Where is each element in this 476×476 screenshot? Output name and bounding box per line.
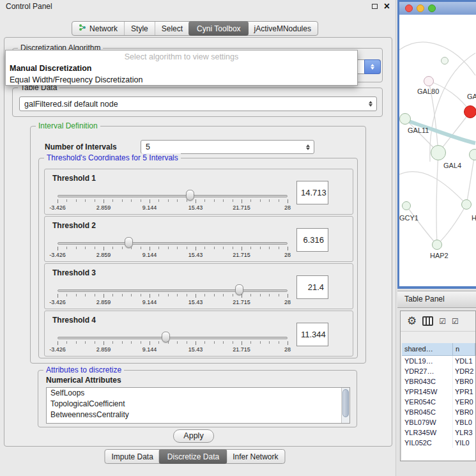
tab-cyni-toolbox[interactable]: Cyni Toolbox [188,21,248,36]
apply-button[interactable]: Apply [173,429,214,443]
dropdown-placeholder: Select algorithm to view settings [6,50,357,63]
slider-track [58,195,288,197]
threshold-value-field[interactable]: 14.713 [296,181,328,204]
table-row[interactable]: YBL079WYBL0 [402,417,475,427]
network-node-gcy1[interactable] [402,201,411,210]
table-cell: YDR2 [453,366,475,376]
network-node-hap2[interactable] [432,240,442,250]
window-title: Control Panel [6,2,52,11]
threshold-slider[interactable]: -3.4262.8599.14415.4321.71528 [58,217,288,263]
checkbox-icon[interactable]: ☑ [439,318,446,325]
threshold-value-field[interactable]: 11.344 [296,323,328,346]
table-row[interactable]: YBR043CYBR0 [402,376,475,387]
float-window-icon[interactable] [372,4,378,9]
scale-label: 2.859 [96,204,111,211]
tab-style[interactable]: Style [124,22,155,35]
column-header-2[interactable]: n [453,343,475,356]
network-canvas[interactable]: GAL80GAL11GAGAL4GCY1HHAP2 [399,15,476,286]
combo-stepper-icon[interactable] [364,59,381,74]
threshold-value-field[interactable]: 21.4 [296,275,328,299]
table-cell: YER0 [453,397,475,407]
network-window-titlebar[interactable] [399,2,476,15]
list-scrollbar[interactable] [341,388,349,423]
network-node-gal4[interactable] [431,145,446,160]
network-node-ga[interactable] [464,105,476,118]
tab-discretize-data[interactable]: Discretize Data [159,449,227,464]
network-node[interactable] [441,57,449,65]
top-tab-bar: NetworkStyleSelectCyni ToolboxjActiveMNo… [72,21,318,36]
slider-scale-labels: -3.4262.8599.14415.4321.71528 [58,252,288,259]
combo-value: 5 [141,142,303,151]
slider-scale-labels: -3.4262.8599.14415.4321.71528 [58,346,288,353]
tab-label: Cyni Toolbox [197,24,240,33]
tab-infer-network[interactable]: Infer Network [226,450,284,463]
group-title: Interval Definition [36,121,100,130]
scrollbar-thumb[interactable] [342,389,349,417]
threshold-panel-1: Threshold 1-3.4262.8599.14415.4321.71528… [44,169,353,215]
tab-impute-data[interactable]: Impute Data [105,450,159,463]
scale-label: 2.859 [96,346,111,353]
table-row[interactable]: YIL052CYIL0 [402,438,475,448]
table-row[interactable]: YBR045CYBR0 [402,407,475,417]
numerical-attributes-list[interactable]: SelfLoopsTopologicalCoefficientBetweenne… [46,387,350,424]
table-cell: YBL0 [453,417,475,427]
table-row[interactable]: YLR345WYLR3 [402,427,475,438]
network-node-gal80[interactable] [424,76,434,86]
checkbox-icon[interactable]: ☑ [452,318,459,325]
tab-network[interactable]: Network [72,22,124,35]
scale-label: -3.426 [49,204,66,211]
close-traffic-light-icon[interactable] [405,4,413,12]
tab-label: Select [162,24,183,33]
scale-label: 2.859 [96,299,111,305]
list-item-betweennesscentrality[interactable]: BetweennessCentrality [47,410,349,420]
list-item-selfloops[interactable]: SelfLoops [47,388,349,399]
table-row[interactable]: YER054CYER0 [402,397,475,407]
scale-label: 21.715 [233,204,250,211]
dropdown-option-manual-discretization[interactable]: Manual Discretization [6,63,357,74]
threshold-value-field[interactable]: 6.316 [296,228,328,252]
slider-ticks [58,247,288,251]
minimize-traffic-light-icon[interactable] [417,4,424,12]
scale-label: 28 [284,299,291,305]
interval-definition-group: Interval Definition Number of Intervals … [30,126,366,364]
num-intervals-combo[interactable]: 5 [141,140,314,154]
tab-jactivemnodules[interactable]: jActiveMNodules [248,22,318,35]
network-node-h[interactable] [461,199,472,210]
table-cell: YLR345W [402,427,453,438]
table-data-combo[interactable]: galFiltered.sif default node [19,96,377,111]
network-view-window[interactable]: GAL80GAL11GAGAL4GCY1HHAP2 [397,0,476,289]
threshold-slider[interactable]: -3.4262.8599.14415.4321.71528 [58,169,288,215]
column-header-1[interactable]: shared… [402,343,453,356]
scale-label: 15.43 [188,299,203,305]
gear-icon[interactable]: ⚙ [407,316,417,326]
list-item-topologicalcoefficient[interactable]: TopologicalCoefficient [47,399,349,410]
dropdown-option-equal-width-frequency-discretization[interactable]: Equal Width/Frequency Discretization [6,74,357,86]
columns-icon[interactable] [422,316,433,326]
zoom-traffic-light-icon[interactable] [428,4,436,12]
cyni-toolbox-panel: Discretization Algorithm Table Data galF… [4,37,392,447]
node-label: GCY1 [399,214,418,222]
network-node[interactable] [469,149,476,160]
node-label: H [472,214,476,222]
network-icon [79,24,86,33]
scale-label: 9.144 [142,299,157,305]
slider-scale-labels: -3.4262.8599.14415.4321.71528 [58,204,288,211]
table-row[interactable]: YDL19…YDL1 [402,356,475,366]
threshold-slider[interactable]: -3.4262.8599.14415.4321.71528 [58,264,288,310]
scale-label: 21.715 [233,299,250,305]
tab-select[interactable]: Select [155,22,189,35]
combo-stepper-icon[interactable] [303,144,312,150]
attributes-group: Attributes to discretize Numerical Attri… [38,370,357,427]
table-row[interactable]: YPR145WYPR1 [402,387,475,397]
close-icon[interactable]: × [384,1,390,12]
table-row[interactable]: YDR27…YDR2 [402,366,475,376]
scale-label: 9.144 [142,204,157,211]
scale-label: 15.43 [188,204,203,211]
scale-label: 28 [284,252,291,258]
slider-ticks [58,199,288,204]
threshold-slider[interactable]: -3.4262.8599.14415.4321.71528 [58,311,288,357]
combo-stepper-icon[interactable] [366,101,375,107]
tab-label: Style [131,24,148,33]
tab-label: jActiveMNodules [254,24,311,33]
network-node-gal11[interactable] [399,113,411,125]
